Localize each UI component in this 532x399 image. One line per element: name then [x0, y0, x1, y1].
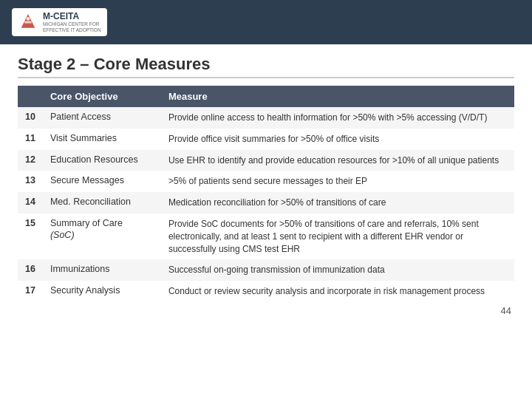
row-objective: Visit Summaries: [43, 129, 161, 150]
table-row: 17Security AnalysisConduct or review sec…: [18, 281, 514, 302]
row-number: 15: [18, 214, 43, 259]
table-wrapper: Core Objective Measure 10Patient AccessP…: [0, 86, 532, 302]
row-measure: Successful on-going transmission of immu…: [161, 259, 514, 281]
page-title: Stage 2 – Core Measures: [18, 55, 514, 74]
logo-icon: [18, 12, 38, 33]
page-title-area: Stage 2 – Core Measures: [0, 44, 532, 86]
row-number: 17: [18, 281, 43, 302]
table-header-row: Core Objective Measure: [18, 86, 514, 107]
col-objective-header: Core Objective: [43, 86, 161, 107]
row-number: 10: [18, 107, 43, 129]
row-objective: Secure Messages: [43, 171, 161, 192]
row-objective: Security Analysis: [43, 281, 161, 302]
row-number: 16: [18, 259, 43, 281]
table-row: 13Secure Messages>5% of patients send se…: [18, 171, 514, 192]
logo-text: M-CEITA MICHIGAN CENTER FOREFFECTIVE IT …: [43, 11, 101, 34]
row-objective: Med. Reconciliation: [43, 192, 161, 214]
title-divider: [18, 77, 514, 78]
row-measure: >5% of patients send secure messages to …: [161, 171, 514, 192]
row-objective: Immunizations: [43, 259, 161, 281]
svg-rect-1: [24, 21, 31, 23]
row-measure: Use EHR to identify and provide educatio…: [161, 150, 514, 171]
row-number: 12: [18, 150, 43, 171]
page-number: 44: [0, 302, 532, 316]
row-measure: Provide online access to health informat…: [161, 107, 514, 129]
table-row: 10Patient AccessProvide online access to…: [18, 107, 514, 129]
table-row: 16ImmunizationsSuccessful on-going trans…: [18, 259, 514, 281]
row-measure: Conduct or review security analysis and …: [161, 281, 514, 302]
logo-area: M-CEITA MICHIGAN CENTER FOREFFECTIVE IT …: [12, 8, 107, 37]
col-num: [18, 86, 43, 107]
svg-point-2: [27, 17, 30, 21]
row-objective: Education Resources: [43, 150, 161, 171]
table-row: 12Education ResourcesUse EHR to identify…: [18, 150, 514, 171]
row-objective: Patient Access: [43, 107, 161, 129]
row-measure: Medication reconciliation for >50% of tr…: [161, 192, 514, 214]
logo-subtext: MICHIGAN CENTER FOREFFECTIVE IT ADOPTION: [43, 21, 101, 34]
logo-box: M-CEITA MICHIGAN CENTER FOREFFECTIVE IT …: [12, 8, 107, 37]
header: M-CEITA MICHIGAN CENTER FOREFFECTIVE IT …: [0, 0, 532, 44]
table-row: 14Med. ReconciliationMedication reconcil…: [18, 192, 514, 214]
row-measure: Provide SoC documents for >50% of transi…: [161, 214, 514, 259]
core-measures-table: Core Objective Measure 10Patient AccessP…: [18, 86, 514, 302]
row-objective: Summary of Care(SoC): [43, 214, 161, 259]
table-row: 15Summary of Care(SoC)Provide SoC docume…: [18, 214, 514, 259]
row-number: 11: [18, 129, 43, 150]
table-row: 11Visit SummariesProvide office visit su…: [18, 129, 514, 150]
row-number: 13: [18, 171, 43, 192]
row-number: 14: [18, 192, 43, 214]
row-measure: Provide office visit summaries for >50% …: [161, 129, 514, 150]
col-measure-header: Measure: [161, 86, 514, 107]
